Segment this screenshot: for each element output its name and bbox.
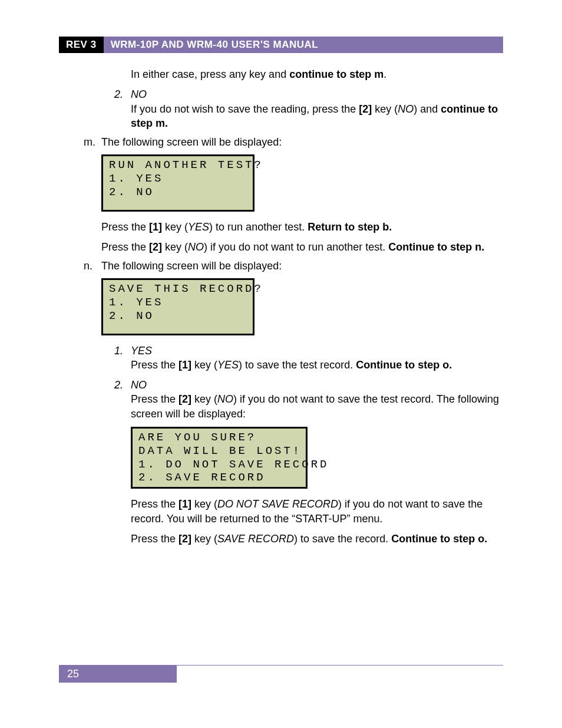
content-area: In either case, press any key and contin… — [75, 67, 503, 546]
text: key ( — [191, 498, 217, 510]
step-m-p2: Press the [2] key (NO) if you do not wan… — [101, 240, 503, 254]
step-letter: n. — [84, 260, 101, 272]
keycap-1: [1] — [178, 498, 191, 510]
list-item-yes: 1. YES Press the [1] key (YES) to save t… — [114, 344, 503, 373]
text: key ( — [372, 103, 398, 115]
text-ital: YES — [188, 221, 209, 233]
text-ital: SAVE RECORD — [217, 533, 294, 545]
text: Press the — [131, 359, 178, 371]
text: In either case, press any key and — [131, 68, 289, 80]
list-label: NO — [131, 378, 147, 392]
text: key ( — [191, 359, 217, 371]
step-n2-p1: Press the [1] key (DO NOT SAVE RECORD) i… — [131, 497, 503, 526]
page-number: 25 — [59, 666, 177, 683]
page: REV 3 WRM-10P AND WRM-40 USER'S MANUAL I… — [0, 0, 562, 546]
text-bold: continue to step m — [289, 68, 384, 80]
text: Press the — [101, 221, 149, 233]
text-ital: NO — [217, 393, 233, 405]
text: . — [384, 68, 386, 80]
text-bold: Continue to step o. — [391, 533, 487, 545]
list-item-no-2: 2. NO Press the [2] key (NO) if you do n… — [114, 378, 503, 421]
step-m-p1: Press the [1] key (YES) to run another t… — [101, 220, 503, 234]
list-body: Press the [1] key (YES) to save the test… — [131, 358, 503, 372]
text: ) if you do not want to run another test… — [204, 241, 388, 253]
step-text: The following screen will be displayed: — [101, 136, 282, 149]
text-bold: Continue to step n. — [388, 241, 484, 253]
text: key ( — [162, 241, 188, 253]
text-bold: Return to step b. — [308, 221, 392, 233]
step-m-header: m. The following screen will be displaye… — [84, 136, 503, 149]
lcd-screen-save-record: SAVE THIS RECORD? 1. YES 2. NO — [101, 278, 254, 335]
list-label: NO — [131, 87, 147, 101]
keycap-2: [2] — [178, 393, 191, 405]
text: ) to save the record. — [294, 533, 391, 545]
para-intro: In either case, press any key and contin… — [131, 67, 503, 81]
keycap-2: [2] — [359, 103, 372, 115]
page-footer: 25 — [59, 665, 503, 683]
text: ) to run another test. — [209, 221, 308, 233]
header-title: WRM-10P AND WRM-40 USER'S MANUAL — [104, 37, 503, 53]
text: Press the — [131, 393, 178, 405]
text: If you do not wish to save the reading, … — [131, 103, 359, 115]
keycap-2: [2] — [178, 533, 191, 545]
text: Press the — [131, 533, 178, 545]
list-item-no: 2. NO If you do not wish to save the rea… — [114, 87, 503, 130]
text: key ( — [191, 533, 217, 545]
text-ital: NO — [398, 103, 414, 115]
step-letter: m. — [84, 136, 101, 149]
text: key ( — [191, 393, 217, 405]
text: key ( — [162, 221, 188, 233]
list-number: 1. — [114, 344, 131, 358]
text: Press the — [101, 241, 149, 253]
lcd-screen-are-you-sure: ARE YOU SURE? DATA WILL BE LOST! 1. DO N… — [131, 427, 308, 489]
list-body: Press the [2] key (NO) if you do not wan… — [131, 392, 503, 421]
keycap-1: [1] — [178, 359, 191, 371]
step-n-header: n. The following screen will be displaye… — [84, 260, 503, 272]
step-text: The following screen will be displayed: — [101, 260, 282, 272]
text-bold: Continue to step o. — [356, 359, 452, 371]
header-rev: REV 3 — [59, 37, 104, 53]
list-body: If you do not wish to save the reading, … — [131, 102, 503, 131]
text: ) to save the test record. — [239, 359, 356, 371]
text: Press the — [131, 498, 178, 510]
step-n2-p2: Press the [2] key (SAVE RECORD) to save … — [131, 532, 503, 546]
list-label: YES — [131, 344, 152, 358]
page-header: REV 3 WRM-10P AND WRM-40 USER'S MANUAL — [59, 37, 503, 53]
text-ital: DO NOT SAVE RECORD — [217, 498, 338, 510]
keycap-1: [1] — [149, 221, 162, 233]
lcd-screen-run-another: RUN ANOTHER TEST? 1. YES 2. NO — [101, 154, 254, 211]
text-ital: YES — [217, 359, 239, 371]
keycap-2: [2] — [149, 241, 162, 253]
list-number: 2. — [114, 87, 131, 101]
text-ital: NO — [188, 241, 204, 253]
text: ) and — [414, 103, 441, 115]
list-number: 2. — [114, 378, 131, 392]
